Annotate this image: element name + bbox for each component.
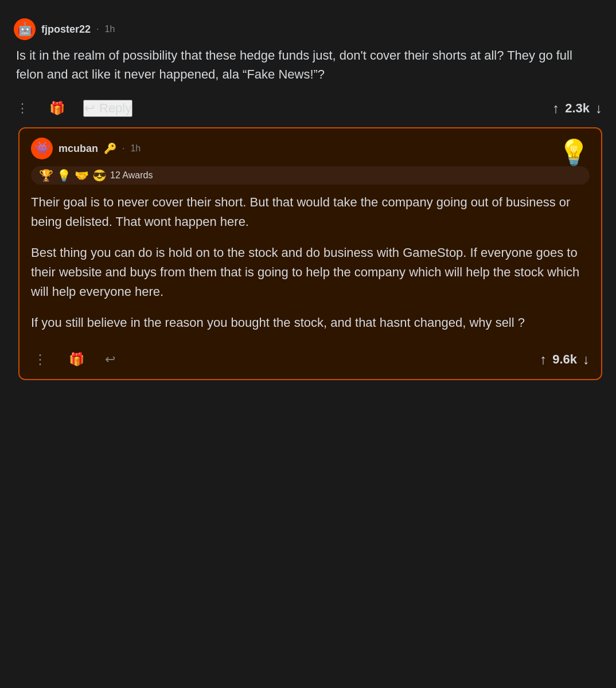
inner-separator-dot: · [122, 143, 124, 154]
inner-comment-body: Their goal is to never cover their short… [31, 193, 590, 333]
awards-label: 12 Awards [110, 170, 153, 181]
award-icon-3: 🤝 [75, 169, 89, 182]
outer-vote-section: ↑ 2.3k ↓ [552, 100, 602, 116]
inner-dots-icon: ⋮ [33, 351, 48, 368]
inner-downvote-button[interactable]: ↓ [583, 351, 590, 368]
avatar-icon: 🤖 [17, 22, 33, 37]
reply-label: Reply [99, 101, 131, 116]
separator-dot: · [96, 24, 99, 34]
gift-icon: 🎁 [49, 101, 65, 116]
dots-button[interactable]: ⋮ [14, 99, 31, 118]
award-icon-4: 😎 [92, 169, 107, 182]
outer-comment-body: Is it in the realm of possibility that t… [14, 46, 602, 84]
inner-comment-header: 👾 mcuban 🔑 · 1h [31, 138, 590, 159]
awards-badge: 🏆 💡 🤝 😎 12 Awards [31, 166, 590, 185]
outer-timestamp: 1h [104, 24, 115, 34]
reply-button[interactable]: ↩ Reply [83, 100, 132, 117]
inner-reply-arrow-icon: ↩ [105, 352, 115, 367]
reply-arrow-icon: ↩ [84, 101, 95, 116]
lightbulb-icon: 💡 [558, 138, 590, 167]
avatar: 🤖 [14, 18, 36, 40]
outer-username: fjposter22 [41, 24, 91, 36]
inner-comment: 💡 👾 mcuban 🔑 · 1h 🏆 💡 🤝 😎 12 Awards Thei… [18, 127, 602, 380]
inner-vote-count: 9.6k [552, 352, 577, 367]
award-icon-2: 💡 [57, 169, 71, 182]
gift-button[interactable]: 🎁 [47, 99, 67, 118]
upvote-button[interactable]: ↑ [552, 100, 559, 116]
outer-comment: 🤖 fjposter22 · 1h Is it in the realm of … [9, 11, 607, 387]
inner-action-bar: ⋮ 🎁 ↩ ↑ 9.6k ↓ [31, 345, 590, 370]
inner-username: mcuban [59, 143, 98, 155]
downvote-button[interactable]: ↓ [595, 100, 602, 116]
inner-avatar: 👾 [31, 138, 53, 159]
inner-timestamp: 1h [130, 143, 141, 154]
inner-upvote-button[interactable]: ↑ [540, 351, 547, 368]
inner-gift-icon: 🎁 [69, 352, 84, 367]
inner-gift-button[interactable]: 🎁 [67, 350, 87, 369]
outer-action-bar: ⋮ 🎁 ↩ Reply ↑ 2.3k ↓ [14, 94, 602, 123]
award-icon-1: 🏆 [39, 169, 53, 182]
inner-vote-section: ↑ 9.6k ↓ [540, 351, 590, 368]
inner-dots-button[interactable]: ⋮ [31, 349, 50, 370]
outer-comment-header: 🤖 fjposter22 · 1h [14, 18, 602, 40]
outer-vote-count: 2.3k [565, 101, 590, 116]
inner-reply-button[interactable]: ↩ [103, 350, 118, 369]
verified-icon: 🔑 [104, 142, 116, 155]
inner-avatar-icon: 👾 [34, 141, 50, 156]
body-paragraph-1: Their goal is to never cover their short… [31, 193, 590, 232]
body-paragraph-2: Best thing you can do is hold on to the … [31, 243, 590, 302]
dots-icon: ⋮ [16, 101, 29, 116]
body-paragraph-3: If you still believe in the reason you b… [31, 313, 590, 333]
